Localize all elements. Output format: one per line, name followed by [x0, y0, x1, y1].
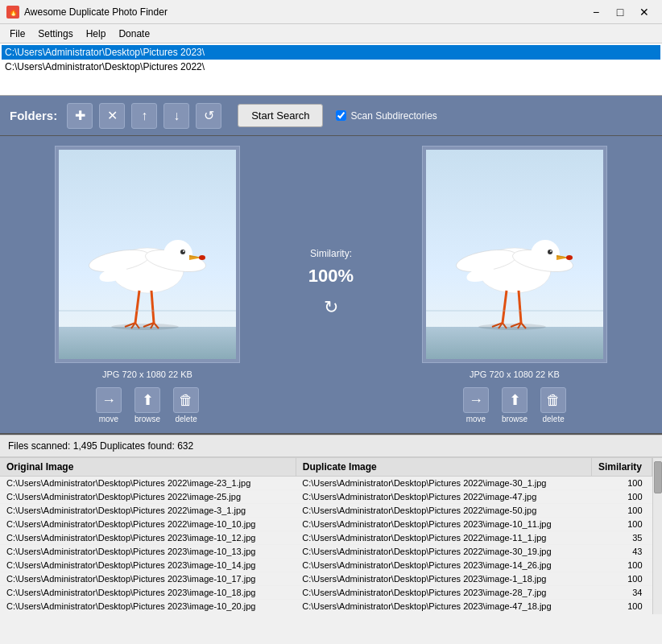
duplicate-cell: C:\Users\Administrator\Desktop\Pictures …: [296, 600, 591, 612]
svg-point-32: [566, 255, 573, 260]
similarity-cell: 100: [591, 504, 652, 518]
reset-button[interactable]: ↺: [196, 103, 221, 129]
left-browse-icon: ⬆: [134, 387, 160, 413]
svg-point-42: [478, 324, 546, 330]
original-cell: C:\Users\Administrator\Desktop\Pictures …: [0, 559, 296, 572]
menu-help[interactable]: Help: [80, 25, 113, 43]
menu-settings[interactable]: Settings: [31, 25, 79, 43]
similarity-cell: 100: [591, 477, 652, 490]
left-image-box: [55, 146, 240, 363]
left-image-info: JPG 720 x 1080 22 KB: [102, 369, 192, 379]
original-cell: C:\Users\Administrator\Desktop\Pictures …: [0, 504, 296, 518]
original-cell: C:\Users\Administrator\Desktop\Pictures …: [0, 477, 296, 490]
original-cell: C:\Users\Administrator\Desktop\Pictures …: [0, 572, 296, 586]
svg-point-6: [180, 250, 185, 254]
start-search-button[interactable]: Start Search: [238, 104, 323, 127]
similarity-cell: 100: [591, 559, 652, 572]
right-move-button[interactable]: → move: [463, 387, 489, 423]
svg-point-10: [199, 255, 205, 260]
right-move-icon: →: [463, 387, 489, 413]
menu-bar: File Settings Help Donate: [0, 24, 662, 43]
folder-list-area: C:\Users\Administrator\Desktop\Pictures …: [0, 43, 662, 96]
right-seagull-image: [426, 150, 603, 359]
menu-donate[interactable]: Donate: [112, 25, 156, 43]
folder-item-0[interactable]: C:\Users\Administrator\Desktop\Pictures …: [2, 45, 660, 60]
results-scroll-area[interactable]: Original Image Duplicate Image Similarit…: [0, 458, 652, 611]
table-row[interactable]: C:\Users\Administrator\Desktop\Pictures …: [0, 559, 652, 572]
left-image-actions: → move ⬆ browse 🗑 delete: [96, 387, 199, 423]
original-cell: C:\Users\Administrator\Desktop\Pictures …: [0, 531, 296, 545]
similarity-cell: 34: [591, 586, 652, 600]
original-cell: C:\Users\Administrator\Desktop\Pictures …: [0, 490, 296, 504]
table-row[interactable]: C:\Users\Administrator\Desktop\Pictures …: [0, 518, 652, 531]
move-down-button[interactable]: ↓: [163, 103, 189, 129]
results-table: Original Image Duplicate Image Similarit…: [0, 458, 652, 611]
close-button[interactable]: ✕: [633, 4, 656, 20]
left-browse-button[interactable]: ⬆ browse: [134, 387, 160, 423]
col-original-header: Original Image: [0, 458, 296, 477]
left-move-icon: →: [96, 387, 122, 413]
svg-rect-23: [426, 327, 603, 359]
duplicate-cell: C:\Users\Administrator\Desktop\Pictures …: [296, 518, 591, 531]
results-body: C:\Users\Administrator\Desktop\Pictures …: [0, 477, 652, 612]
similarity-cell: 100: [591, 518, 652, 531]
left-move-label: move: [99, 415, 118, 423]
similarity-label: Similarity:: [310, 248, 352, 259]
scrollbar-thumb[interactable]: [654, 461, 662, 493]
right-browse-button[interactable]: ⬆ browse: [502, 387, 528, 423]
swap-icon: ↻: [324, 297, 338, 318]
down-arrow-icon: ↓: [173, 109, 180, 123]
folders-label: Folders:: [10, 109, 57, 122]
left-delete-button[interactable]: 🗑 delete: [173, 387, 199, 423]
app-title: Awesome Duplicate Photo Finder: [24, 6, 168, 18]
right-delete-icon: 🗑: [540, 387, 566, 413]
up-arrow-icon: ↑: [141, 109, 147, 123]
table-row[interactable]: C:\Users\Administrator\Desktop\Pictures …: [0, 586, 652, 600]
left-seagull-image: [59, 150, 236, 359]
table-row[interactable]: C:\Users\Administrator\Desktop\Pictures …: [0, 572, 652, 586]
right-delete-button[interactable]: 🗑 delete: [540, 387, 566, 423]
duplicate-cell: C:\Users\Administrator\Desktop\Pictures …: [296, 504, 591, 518]
maximize-button[interactable]: □: [609, 4, 631, 20]
svg-point-28: [548, 250, 552, 254]
similarity-value: 100%: [308, 266, 354, 287]
left-delete-icon: 🗑: [173, 387, 199, 413]
right-browse-icon: ⬆: [502, 387, 528, 413]
table-row[interactable]: C:\Users\Administrator\Desktop\Pictures …: [0, 490, 652, 504]
move-up-button[interactable]: ↑: [131, 103, 157, 129]
vertical-scrollbar[interactable]: [652, 458, 662, 614]
duplicate-cell: C:\Users\Administrator\Desktop\Pictures …: [296, 545, 591, 559]
status-bar: Files scanned: 1,495 Duplicates found: 6…: [0, 435, 662, 457]
left-move-button[interactable]: → move: [96, 387, 122, 423]
table-row[interactable]: C:\Users\Administrator\Desktop\Pictures …: [0, 600, 652, 612]
title-bar: 🔥 Awesome Duplicate Photo Finder − □ ✕: [0, 0, 662, 24]
results-container: Original Image Duplicate Image Similarit…: [0, 457, 662, 614]
table-row[interactable]: C:\Users\Administrator\Desktop\Pictures …: [0, 545, 652, 559]
add-folder-button[interactable]: ✚: [67, 103, 93, 129]
image-comparison-area: JPG 720 x 1080 22 KB → move ⬆ browse 🗑 d…: [0, 136, 662, 435]
menu-file[interactable]: File: [3, 25, 31, 43]
right-image-info: JPG 720 x 1080 22 KB: [470, 369, 560, 379]
similarity-cell: 43: [591, 545, 652, 559]
duplicate-cell: C:\Users\Administrator\Desktop\Pictures …: [296, 559, 591, 572]
folder-item-1[interactable]: C:\Users\Administrator\Desktop\Pictures …: [2, 60, 660, 74]
similarity-cell: 100: [591, 600, 652, 612]
col-similarity-header: Similarity: [591, 458, 652, 477]
svg-rect-0: [59, 150, 236, 327]
scan-subdirectories-area: Scan Subdirectories: [336, 110, 437, 122]
original-cell: C:\Users\Administrator\Desktop\Pictures …: [0, 586, 296, 600]
right-image-panel: JPG 720 x 1080 22 KB → move ⬆ browse 🗑 d…: [367, 136, 662, 433]
reset-icon: ↺: [204, 108, 214, 123]
remove-folder-button[interactable]: ✕: [99, 103, 125, 129]
svg-point-7: [183, 250, 184, 252]
minimize-button[interactable]: −: [585, 4, 607, 20]
scan-subdirectories-checkbox[interactable]: [336, 110, 346, 121]
duplicate-cell: C:\Users\Administrator\Desktop\Pictures …: [296, 477, 591, 490]
svg-rect-22: [426, 150, 603, 327]
svg-point-29: [550, 250, 552, 252]
swap-images-button[interactable]: ↻: [317, 293, 345, 322]
table-row[interactable]: C:\Users\Administrator\Desktop\Pictures …: [0, 477, 652, 490]
table-row[interactable]: C:\Users\Administrator\Desktop\Pictures …: [0, 531, 652, 545]
table-row[interactable]: C:\Users\Administrator\Desktop\Pictures …: [0, 504, 652, 518]
svg-point-5: [163, 240, 192, 269]
